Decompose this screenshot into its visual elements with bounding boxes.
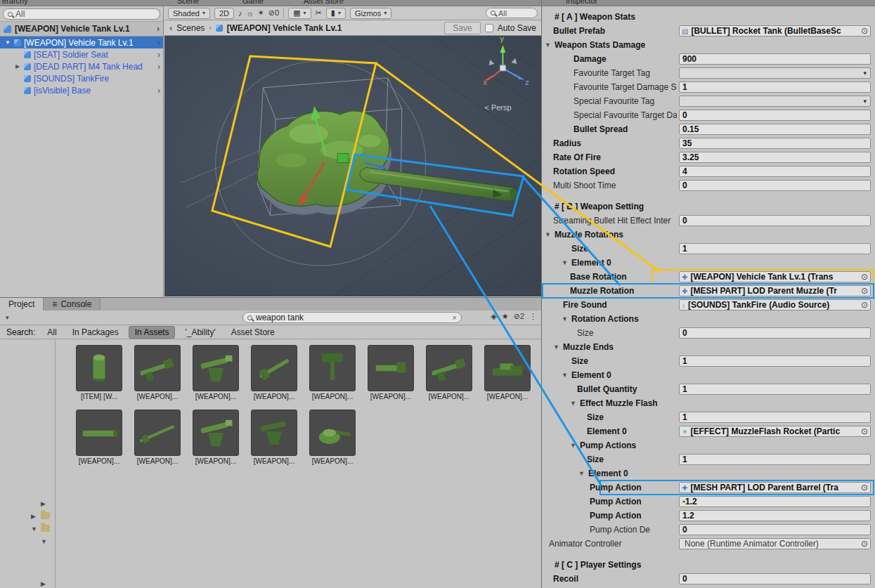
value-field[interactable]: -1.2 — [679, 496, 871, 507]
folder-open-icon[interactable] — [41, 525, 50, 532]
foldout-label[interactable]: Weapon Stats Damage — [555, 40, 645, 50]
value-field[interactable]: 1 — [679, 243, 871, 254]
object-picker-icon[interactable]: ⊙ — [861, 300, 868, 310]
object-picker-icon[interactable]: ⊙ — [861, 539, 868, 549]
value-field[interactable]: 3.25 — [679, 152, 871, 163]
foldout-arrow-icon[interactable]: ▼ — [41, 538, 47, 545]
save-button[interactable]: Save — [444, 22, 480, 34]
effects-toggle-icon[interactable]: ✶ — [258, 8, 264, 18]
gizmos-dropdown[interactable]: Gizmos ▾ — [350, 8, 391, 19]
object-field[interactable]: ♪[SOUNDS] TankFire (Audio Source)⊙ — [679, 299, 871, 311]
project-tab-console[interactable]: ≡Console — [44, 298, 101, 311]
object-field[interactable]: ✚[WEAPON] Vehicle Tank Lv.1 (Trans⊙ — [679, 271, 871, 282]
hidden-count-icon[interactable]: ⊘2 — [514, 312, 524, 321]
foldout-arrow-icon[interactable]: ▼ — [562, 372, 568, 379]
value-field[interactable]: 1 — [679, 454, 871, 465]
value-field[interactable]: 0 — [679, 110, 871, 121]
asset-item[interactable]: [ITEM] [W... — [76, 345, 122, 400]
value-field[interactable]: 4 — [679, 166, 871, 177]
object-picker-icon[interactable]: ⊙ — [861, 26, 868, 36]
clear-search-icon[interactable]: × — [453, 313, 457, 322]
scene-viewport[interactable]: x y z < Persp — [164, 36, 541, 296]
menu-dots-icon[interactable]: ⋮ — [529, 312, 537, 321]
grid-settings-dropdown[interactable]: ▦ ▾ — [288, 8, 311, 19]
foldout-arrow-icon[interactable]: ▶ — [41, 580, 46, 587]
chevron-right-icon[interactable]: › — [157, 24, 160, 34]
foldout-arrow-icon[interactable]: ▼ — [553, 344, 559, 351]
asset-item[interactable]: [WEAPON]... — [193, 410, 239, 465]
foldout-label[interactable]: Element 0 — [588, 469, 628, 478]
foldout-label[interactable]: Pump Actions — [580, 440, 636, 450]
auto-save-checkbox[interactable] — [485, 24, 493, 32]
tab-game[interactable]: Game — [242, 0, 264, 5]
object-field[interactable]: ✚[MESH PART] LOD Parent Barrel (Tra⊙ — [679, 482, 871, 493]
value-field[interactable]: 0 — [679, 573, 871, 584]
asset-item[interactable]: [WEAPON]... — [484, 345, 531, 400]
hierarchy-search-input[interactable]: All — [3, 8, 160, 20]
cut-tool-icon[interactable]: ✂ — [316, 8, 322, 18]
breadcrumb-scenes[interactable]: Scenes — [176, 23, 205, 33]
foldout-label[interactable]: Rotation Actions — [571, 314, 639, 324]
chevron-right-icon[interactable]: › — [157, 38, 160, 48]
asset-item[interactable]: [WEAPON]... — [309, 410, 356, 465]
prefab-header[interactable]: [WEAPON] Vehicle Tank Lv.1 › — [0, 21, 163, 37]
visibility-toggle-icon[interactable]: ⊘0 — [268, 8, 279, 18]
object-field[interactable]: None (Runtime Animator Controller)⊙ — [679, 538, 871, 549]
scope-button[interactable]: In Packages — [67, 327, 124, 338]
asset-item[interactable]: [WEAPON]... — [251, 410, 297, 465]
dropdown[interactable]: ▾ — [679, 96, 871, 107]
object-picker-icon[interactable]: ⊙ — [861, 286, 868, 296]
project-search-input[interactable]: weapon tank × — [242, 312, 462, 323]
project-tab-project[interactable]: Project — [0, 298, 44, 311]
foldout-arrow-icon[interactable]: ▼ — [570, 442, 576, 449]
foldout-arrow-icon[interactable]: ▼ — [562, 315, 568, 322]
foldout-arrow-icon[interactable]: ▶ — [31, 513, 36, 520]
object-field[interactable]: ✶[EFFECT] MuzzleFlash Rocket (Partic⊙ — [679, 426, 871, 437]
value-field[interactable]: 35 — [679, 138, 871, 149]
back-arrow-icon[interactable]: ‹ — [169, 22, 172, 33]
object-field[interactable]: ✚[MESH PART] LOD Parent Muzzle (Tr⊙ — [679, 285, 871, 296]
scope-button[interactable]: '_Ability' — [179, 327, 221, 338]
lighting-toggle-icon[interactable]: ☼ — [247, 9, 254, 18]
hierarchy-item[interactable]: ▼[WEAPON] Vehicle Tank Lv.1› — [0, 37, 163, 48]
foldout-arrow-icon[interactable]: ▼ — [562, 259, 568, 266]
foldout-label[interactable]: Element 0 — [571, 258, 611, 268]
perspective-label[interactable]: < Persp — [484, 103, 511, 112]
foldout-arrow-icon[interactable]: ▼ — [570, 400, 576, 407]
value-field[interactable]: 1 — [679, 355, 871, 367]
scope-button[interactable]: In Assets — [129, 326, 176, 339]
chevron-right-icon[interactable]: › — [157, 50, 160, 60]
tab-hierarchy[interactable]: erarchy — [2, 0, 28, 5]
tab-scene[interactable]: Scene — [177, 0, 199, 5]
value-field[interactable]: 1 — [679, 81, 871, 93]
value-field[interactable]: 0 — [679, 215, 871, 226]
object-field[interactable]: ▤[BULLET] Rocket Tank (BulletBaseSc⊙ — [679, 25, 871, 37]
tab-inspector[interactable]: Inspector — [566, 0, 597, 5]
asset-item[interactable]: [WEAPON]... — [134, 410, 181, 465]
chevron-right-icon[interactable]: › — [157, 86, 160, 96]
create-menu-caret-icon[interactable]: ▾ — [6, 314, 9, 321]
search-by-type-icon[interactable]: ◈ — [491, 312, 496, 321]
asset-item[interactable]: [WEAPON]... — [426, 345, 472, 400]
expander-icon[interactable]: ▶ — [14, 63, 21, 70]
foldout-arrow-icon[interactable]: ▼ — [578, 470, 585, 477]
value-field[interactable]: 0.15 — [679, 124, 871, 135]
foldout-arrow-icon[interactable]: ▶ — [41, 500, 46, 507]
shading-mode-dropdown[interactable]: Shaded ▾ — [168, 8, 210, 19]
asset-item[interactable]: [WEAPON]... — [193, 345, 239, 400]
hierarchy-item[interactable]: [isVisible] Base› — [0, 84, 163, 96]
foldout-arrow-icon[interactable]: ▼ — [31, 525, 37, 533]
scene-search-input[interactable]: All — [486, 8, 538, 18]
value-field[interactable]: 0 — [679, 524, 871, 535]
asset-item[interactable]: [WEAPON]... — [76, 410, 122, 465]
foldout-arrow-icon[interactable]: ▼ — [545, 41, 551, 48]
dropdown[interactable]: ▾ — [679, 67, 871, 79]
hierarchy-item[interactable]: [SEAT] Soldier Seat› — [0, 48, 163, 60]
folder-icon[interactable] — [41, 512, 50, 519]
foldout-label[interactable]: Element 0 — [571, 370, 611, 380]
asset-item[interactable]: [WEAPON]... — [134, 345, 181, 400]
value-field[interactable]: 1.2 — [679, 510, 871, 521]
foldout-label[interactable]: Effect Muzzle Flash — [580, 398, 658, 408]
value-field[interactable]: 900 — [679, 53, 871, 65]
value-field[interactable]: 1 — [679, 384, 871, 395]
